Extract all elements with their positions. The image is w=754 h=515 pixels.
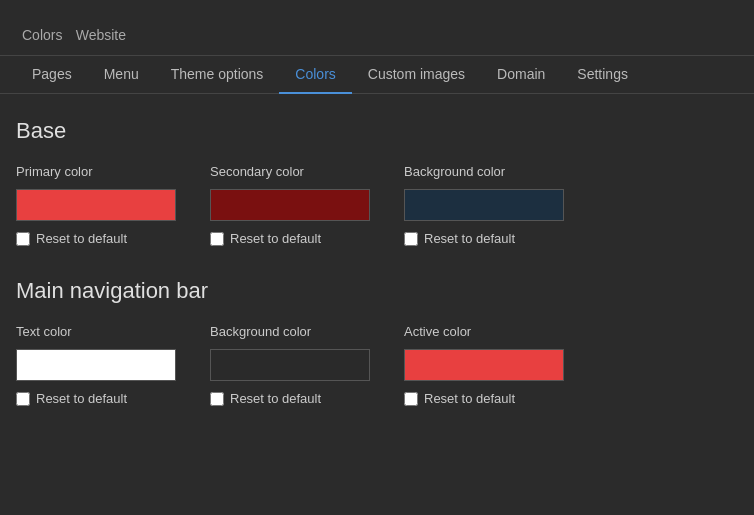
primary-color-label: Primary color [16, 164, 186, 179]
secondary-color-label: Secondary color [210, 164, 380, 179]
active-color-reset-label: Reset to default [424, 391, 515, 406]
base-section-title: Base [16, 118, 738, 144]
main-content: Base Primary color Reset to default Seco… [0, 94, 754, 462]
background-reset-checkbox[interactable] [404, 232, 418, 246]
tab-domain[interactable]: Domain [481, 56, 561, 94]
text-color-swatch[interactable] [16, 349, 176, 381]
main-nav-section: Main navigation bar Text color Reset to … [16, 278, 738, 406]
active-color-label: Active color [404, 324, 574, 339]
primary-color-swatch[interactable] [16, 189, 176, 221]
nav-background-reset-checkbox[interactable] [210, 392, 224, 406]
primary-reset-row: Reset to default [16, 231, 186, 246]
secondary-reset-label: Reset to default [230, 231, 321, 246]
background-reset-label: Reset to default [424, 231, 515, 246]
page-header: Colors Website [0, 0, 754, 56]
tab-settings[interactable]: Settings [561, 56, 644, 94]
tab-pages[interactable]: Pages [16, 56, 88, 94]
background-reset-row: Reset to default [404, 231, 574, 246]
base-color-row: Primary color Reset to default Secondary… [16, 164, 738, 246]
subtitle-text: Website [76, 27, 126, 43]
nav-tabs: Pages Menu Theme options Colors Custom i… [0, 56, 754, 94]
tab-theme-options[interactable]: Theme options [155, 56, 280, 94]
title-text: Colors [22, 27, 62, 43]
secondary-reset-row: Reset to default [210, 231, 380, 246]
primary-reset-checkbox[interactable] [16, 232, 30, 246]
nav-background-color-label: Background color [210, 324, 380, 339]
text-color-reset-label: Reset to default [36, 391, 127, 406]
base-section: Base Primary color Reset to default Seco… [16, 118, 738, 246]
page-title: Colors Website [16, 16, 738, 47]
active-color-reset-row: Reset to default [404, 391, 574, 406]
text-color-item: Text color Reset to default [16, 324, 186, 406]
nav-background-reset-row: Reset to default [210, 391, 380, 406]
text-color-reset-checkbox[interactable] [16, 392, 30, 406]
nav-background-color-swatch[interactable] [210, 349, 370, 381]
primary-color-item: Primary color Reset to default [16, 164, 186, 246]
tab-menu[interactable]: Menu [88, 56, 155, 94]
main-nav-section-title: Main navigation bar [16, 278, 738, 304]
background-color-swatch[interactable] [404, 189, 564, 221]
active-color-swatch[interactable] [404, 349, 564, 381]
active-color-item: Active color Reset to default [404, 324, 574, 406]
tab-colors[interactable]: Colors [279, 56, 351, 94]
tab-custom-images[interactable]: Custom images [352, 56, 481, 94]
background-color-label: Background color [404, 164, 574, 179]
text-color-label: Text color [16, 324, 186, 339]
nav-background-reset-label: Reset to default [230, 391, 321, 406]
text-color-reset-row: Reset to default [16, 391, 186, 406]
secondary-color-swatch[interactable] [210, 189, 370, 221]
nav-background-color-item: Background color Reset to default [210, 324, 380, 406]
active-color-reset-checkbox[interactable] [404, 392, 418, 406]
secondary-color-item: Secondary color Reset to default [210, 164, 380, 246]
primary-reset-label: Reset to default [36, 231, 127, 246]
secondary-reset-checkbox[interactable] [210, 232, 224, 246]
main-nav-color-row: Text color Reset to default Background c… [16, 324, 738, 406]
background-color-item: Background color Reset to default [404, 164, 574, 246]
